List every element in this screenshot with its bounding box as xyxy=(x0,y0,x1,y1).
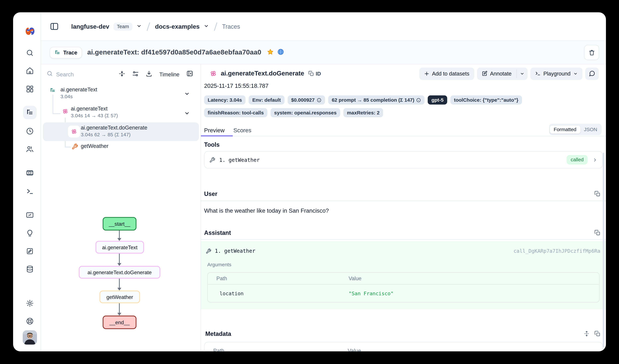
avatar[interactable] xyxy=(23,330,37,344)
observation-detail-panel: ai.generateText.doGenerate ID Add to dat… xyxy=(201,64,606,351)
plus-icon xyxy=(424,71,429,76)
tree-node-meta: 3.04s 62 → 85 (Σ 147) xyxy=(81,132,188,138)
bookmark-star-icon[interactable] xyxy=(267,48,274,57)
annotate-dropdown-chevron[interactable] xyxy=(517,67,527,80)
playground-terminal-icon[interactable] xyxy=(23,185,37,198)
org-name[interactable]: langfuse-dev xyxy=(71,23,109,30)
chevron-down-icon[interactable] xyxy=(137,23,142,30)
breadcrumb-separator xyxy=(214,22,217,31)
tab-scores[interactable]: Scores xyxy=(233,127,251,133)
token-usage-badge: 62 prompt → 85 completion (Σ 147) xyxy=(328,95,425,105)
tree-node-label: ai.generateText.doGenerate xyxy=(81,125,188,131)
add-to-datasets-button[interactable]: Add to datasets xyxy=(419,67,474,80)
tree-node-label: getWeather xyxy=(81,143,188,149)
trace-type-label: Trace xyxy=(63,50,77,55)
assistant-section-header: Assistant xyxy=(204,229,600,236)
display-settings-icon[interactable] xyxy=(132,70,139,79)
breadcrumb: langfuse-dev Team docs-examples Traces xyxy=(71,22,240,31)
tree-row-trace-root[interactable]: ai.generateText 3.04s xyxy=(50,87,189,99)
dashboard-icon[interactable] xyxy=(23,82,37,96)
chat-bubble-icon xyxy=(589,70,595,77)
breadcrumb-separator xyxy=(147,22,150,31)
delete-trace-button[interactable] xyxy=(584,45,599,60)
sidebar-toggle-icon[interactable] xyxy=(50,22,59,31)
terminal-icon xyxy=(535,71,541,76)
prompts-code-icon[interactable] xyxy=(23,166,37,180)
cost-badge: $0.000927 xyxy=(288,95,325,105)
tree-row-generation[interactable]: ai.generateText 3.04s 14 → 43 (Σ 57) xyxy=(62,106,188,118)
graph-node-generatetext[interactable]: ai.generateText xyxy=(96,241,144,254)
users-icon[interactable] xyxy=(23,142,37,156)
public-globe-icon[interactable] xyxy=(277,48,284,57)
arg-path: location xyxy=(208,290,349,296)
graph-node-end[interactable]: __end__ xyxy=(103,316,136,329)
trace-tree: ai.generateText 3.04s ai.generateText 3.… xyxy=(41,85,200,157)
pencil-square-icon xyxy=(482,71,487,76)
datasets-database-icon[interactable] xyxy=(23,262,37,276)
graph-edge xyxy=(119,254,120,263)
search-input[interactable] xyxy=(56,71,94,78)
copy-user-button[interactable] xyxy=(594,191,600,197)
support-lifebuoy-icon[interactable] xyxy=(23,314,37,328)
annotate-button[interactable]: Annotate xyxy=(477,67,516,80)
chevron-down-icon[interactable] xyxy=(204,23,209,30)
tree-row-getweather[interactable]: getWeather xyxy=(72,143,189,149)
comments-button[interactable] xyxy=(585,67,599,80)
sidebar-item-traces[interactable] xyxy=(23,106,37,119)
insights-lightbulb-icon[interactable] xyxy=(23,226,37,240)
home-icon[interactable] xyxy=(23,64,37,78)
info-icon[interactable] xyxy=(317,97,322,102)
env-badge: Env: default xyxy=(249,95,284,105)
col-value: Value xyxy=(349,275,362,281)
search-icon[interactable] xyxy=(23,46,37,60)
generation-pinwheel-icon xyxy=(62,108,68,114)
sessions-clock-icon[interactable] xyxy=(23,124,37,138)
graph-node-dogenerate[interactable]: ai.generateText.doGenerate xyxy=(79,266,160,279)
annotations-clipboard-pen-icon[interactable] xyxy=(23,244,37,258)
col-path: Path xyxy=(205,348,348,351)
chevron-down-icon xyxy=(573,71,577,76)
copy-assistant-button[interactable] xyxy=(594,229,600,235)
tool-definition-row[interactable]: 1. getWeather called xyxy=(204,151,603,169)
system-badge: system: openai.responses xyxy=(270,108,340,117)
toggle-formatted[interactable]: Formatted xyxy=(550,125,580,133)
active-tab-indicator xyxy=(201,135,233,136)
metadata-section-header: Metadata xyxy=(204,330,600,337)
screen: langfuse-dev Team docs-examples Traces T… xyxy=(0,0,619,364)
expand-vertical-icon[interactable] xyxy=(584,331,590,337)
copy-id-button[interactable]: ID xyxy=(308,70,321,77)
model-badge[interactable]: gpt-5 xyxy=(428,95,447,105)
tool-wrench-icon xyxy=(209,157,215,163)
user-message: What is the weather like today in San Fr… xyxy=(204,207,603,216)
tool-choice-badge: toolChoice: {"type":"auto"} xyxy=(450,95,522,105)
collapse-all-icon[interactable] xyxy=(119,70,126,79)
finish-reason-badge: finishReason: tool-calls xyxy=(204,108,267,117)
info-icon[interactable] xyxy=(416,97,421,102)
graph-node-getweather[interactable]: getWeather xyxy=(99,290,140,303)
toggle-json[interactable]: JSON xyxy=(580,125,601,133)
chevron-down-icon[interactable] xyxy=(184,91,190,98)
settings-gear-icon[interactable] xyxy=(23,297,37,310)
assistant-heading: Assistant xyxy=(204,229,231,236)
tree-row-dogenerate-selected[interactable]: ai.generateText.doGenerate 3.04s 62 → 85… xyxy=(81,125,188,138)
scrollbar[interactable] xyxy=(603,153,605,348)
section-name[interactable]: Traces xyxy=(222,23,240,30)
collapse-panel-icon[interactable] xyxy=(186,70,193,79)
tab-preview[interactable]: Preview xyxy=(204,127,225,133)
graph-node-start[interactable]: __start__ xyxy=(103,217,136,230)
download-icon[interactable] xyxy=(146,70,153,79)
langfuse-logo-icon[interactable] xyxy=(23,24,37,38)
scores-icon[interactable] xyxy=(23,208,37,222)
section-divider xyxy=(201,201,606,201)
project-name[interactable]: docs-examples xyxy=(155,23,200,30)
annotate-button-group: Annotate xyxy=(477,67,527,80)
playground-button[interactable]: Playground xyxy=(530,67,582,80)
chevron-down-icon[interactable] xyxy=(184,110,190,118)
copy-icon[interactable] xyxy=(594,331,600,337)
graph-edge xyxy=(119,230,120,238)
format-toggle: Formatted JSON xyxy=(549,123,602,135)
chevron-right-icon[interactable] xyxy=(592,157,598,162)
tree-node-meta: 3.04s 14 → 43 (Σ 57) xyxy=(71,113,188,119)
timeline-toggle[interactable]: Timeline xyxy=(159,71,179,77)
col-value: Value xyxy=(348,348,361,351)
